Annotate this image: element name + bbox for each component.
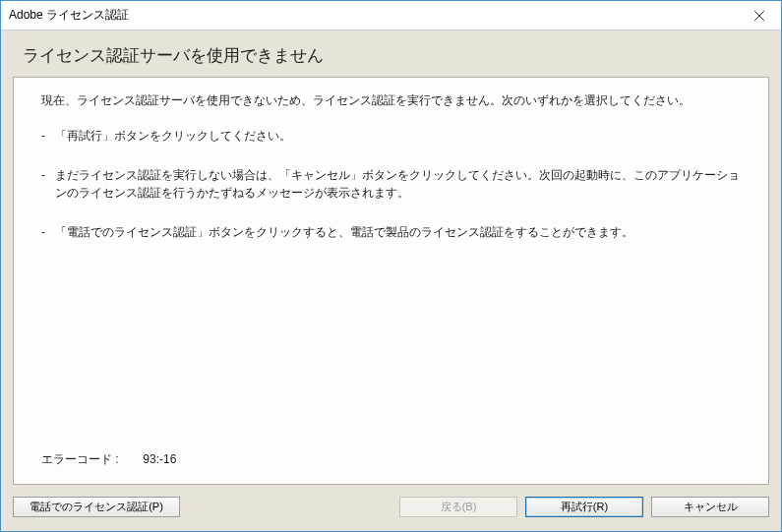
list-item: まだライセンス認証を実行しない場合は、「キャンセル」ボタンをクリックしてください…: [41, 166, 749, 202]
list-item: 「再試行」ボタンをクリックしてください。: [41, 127, 749, 145]
phone-activation-button[interactable]: 電話でのライセンス認証(P): [13, 497, 180, 517]
button-row: 電話でのライセンス認証(P) 戻る(B) 再試行(R) キャンセル: [13, 485, 769, 517]
back-button: 戻る(B): [399, 497, 517, 517]
page-heading: ライセンス認証サーバを使用できません: [13, 40, 769, 77]
titlebar: Adobe ライセンス認証: [1, 1, 781, 30]
dialog-window: Adobe ライセンス認証 ライセンス認証サーバを使用できません 現在、ライセン…: [0, 0, 782, 532]
error-label: エラーコード :: [41, 450, 140, 468]
error-code: 93:-16: [143, 452, 176, 466]
close-button[interactable]: [737, 1, 781, 30]
retry-button[interactable]: 再試行(R): [525, 497, 643, 517]
cancel-button[interactable]: キャンセル: [651, 497, 769, 517]
window-title: Adobe ライセンス認証: [9, 7, 129, 24]
content-panel: 現在、ライセンス認証サーバを使用できないため、ライセンス認証を実行できません。次…: [13, 77, 769, 485]
instruction-list: 「再試行」ボタンをクリックしてください。 まだライセンス認証を実行しない場合は、…: [41, 127, 749, 263]
list-item: 「電話でのライセンス認証」ボタンをクリックすると、電話で製品のライセンス認証をす…: [41, 223, 749, 241]
client-area: ライセンス認証サーバを使用できません 現在、ライセンス認証サーバを使用できないた…: [1, 30, 781, 531]
close-icon: [754, 11, 764, 21]
error-line: エラーコード : 93:-16: [41, 450, 749, 474]
intro-text: 現在、ライセンス認証サーバを使用できないため、ライセンス認証を実行できません。次…: [41, 91, 749, 109]
